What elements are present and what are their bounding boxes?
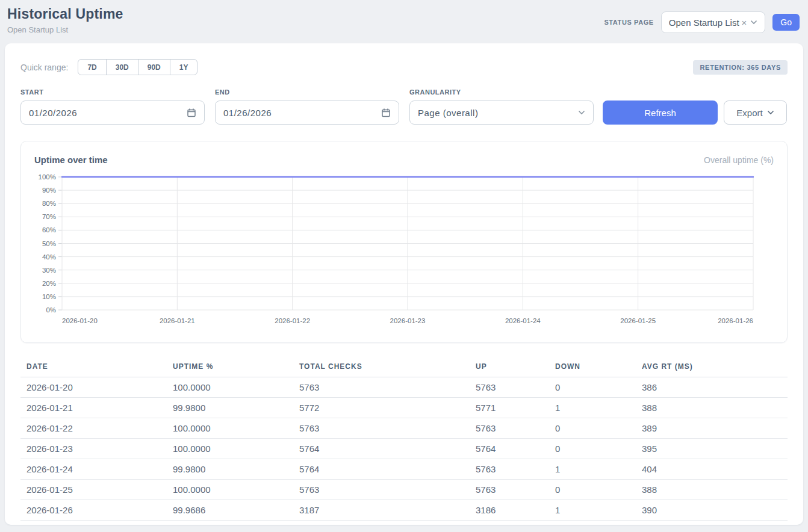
status-page-select[interactable]: Open Startup List ×: [661, 11, 766, 33]
granularity-select[interactable]: Page (overall): [409, 101, 594, 125]
quick-range-row: Quick range: 7D30D90D1Y RETENTION: 365 D…: [20, 59, 788, 75]
column-header: UP: [470, 357, 549, 377]
svg-text:70%: 70%: [42, 213, 56, 220]
clear-selection-icon[interactable]: ×: [742, 17, 747, 28]
svg-text:60%: 60%: [42, 226, 56, 234]
page-subtitle: Open Startup List: [7, 25, 123, 34]
quick-range-1y-button[interactable]: 1Y: [170, 59, 198, 75]
start-date-input[interactable]: 01/20/2026: [20, 101, 205, 125]
end-date-field-group: END 01/26/2026: [215, 88, 399, 125]
table-cell: 99.9686: [167, 500, 293, 521]
table-cell: 5763: [470, 377, 549, 398]
column-header: AVG RT (MS): [636, 357, 788, 377]
end-date-input[interactable]: 01/26/2026: [215, 101, 399, 125]
chevron-down-icon: [767, 110, 774, 115]
quick-range-7d-button[interactable]: 7D: [78, 59, 106, 75]
column-header: TOTAL CHECKS: [293, 357, 470, 377]
uptime-line-chart: 0%10%20%30%40%50%60%70%80%90%100%2026-01…: [34, 171, 774, 331]
calendar-icon[interactable]: [187, 108, 196, 117]
retention-badge: RETENTION: 365 DAYS: [693, 60, 788, 75]
export-label: Export: [736, 108, 762, 118]
table-cell: 99.9800: [167, 398, 293, 418]
table-cell: 395: [636, 439, 788, 459]
svg-text:2026-01-26: 2026-01-26: [718, 317, 753, 324]
chevron-down-icon: [578, 110, 585, 115]
table-cell: 5764: [293, 459, 470, 480]
quick-range-group: 7D30D90D1Y: [78, 59, 197, 75]
table-cell: 404: [636, 459, 788, 480]
table-cell: 100.0000: [167, 418, 293, 439]
table-row: 2026-01-20100.0000576357630386: [20, 377, 788, 398]
table-body: 2026-01-20100.00005763576303862026-01-21…: [20, 377, 788, 521]
table-cell: 2026-01-23: [20, 439, 167, 459]
title-block: Historical Uptime Open Startup List: [7, 6, 123, 34]
uptime-chart-card: Uptime over time Overall uptime (%) 0%10…: [20, 141, 788, 343]
table-cell: 2026-01-25: [20, 480, 167, 500]
quick-range-30d-button[interactable]: 30D: [106, 59, 138, 75]
svg-text:90%: 90%: [42, 187, 56, 194]
uptime-table: DATEUPTIME %TOTAL CHECKSUPDOWNAVG RT (MS…: [20, 357, 788, 521]
svg-text:2026-01-25: 2026-01-25: [620, 317, 656, 324]
table-cell: 5763: [470, 418, 549, 439]
svg-text:30%: 30%: [42, 267, 56, 274]
table-cell: 390: [636, 500, 788, 521]
table-cell: 5763: [293, 418, 470, 439]
filter-form: START 01/20/2026 END 01/26/2026 GRANULAR…: [20, 88, 788, 125]
granularity-field-group: GRANULARITY Page (overall): [409, 88, 594, 125]
quick-range-label: Quick range:: [20, 63, 68, 72]
table-cell: 0: [549, 377, 636, 398]
table-cell: 5763: [470, 459, 549, 480]
table-cell: 386: [636, 377, 788, 398]
table-cell: 1: [549, 398, 636, 418]
table-cell: 0: [549, 418, 636, 439]
table-cell: 2026-01-26: [20, 500, 167, 521]
chevron-down-icon: [750, 20, 757, 25]
header-controls: STATUS PAGE Open Startup List × Go: [604, 11, 800, 33]
svg-text:2026-01-20: 2026-01-20: [62, 317, 98, 324]
svg-text:80%: 80%: [42, 200, 56, 207]
page-title: Historical Uptime: [7, 6, 123, 22]
svg-text:2026-01-24: 2026-01-24: [505, 317, 541, 324]
table-cell: 3187: [293, 500, 470, 521]
calendar-icon[interactable]: [381, 108, 391, 117]
table-cell: 100.0000: [167, 439, 293, 459]
column-header: DATE: [20, 357, 167, 377]
table-cell: 100.0000: [167, 480, 293, 500]
page-header: Historical Uptime Open Startup List STAT…: [0, 0, 808, 43]
svg-text:10%: 10%: [42, 293, 56, 300]
svg-text:2026-01-21: 2026-01-21: [160, 317, 195, 324]
svg-text:100%: 100%: [39, 173, 56, 181]
status-page-label: STATUS PAGE: [604, 19, 653, 26]
svg-text:20%: 20%: [42, 280, 56, 287]
column-header: UPTIME %: [167, 357, 293, 377]
table-cell: 1: [549, 500, 636, 521]
end-label: END: [215, 88, 399, 96]
start-label: START: [20, 88, 205, 96]
table-row: 2026-01-23100.0000576457640395: [20, 439, 788, 459]
chart-legend: Overall uptime (%): [704, 155, 774, 165]
granularity-label: GRANULARITY: [409, 88, 594, 96]
table-cell: 5764: [293, 439, 470, 459]
table-cell: 2026-01-22: [20, 418, 167, 439]
table-cell: 5763: [293, 480, 470, 500]
export-button[interactable]: Export: [724, 101, 787, 125]
table-cell: 0: [549, 439, 636, 459]
table-cell: 388: [636, 480, 788, 500]
granularity-selected-value: Page (overall): [418, 108, 478, 118]
chart-title: Uptime over time: [34, 155, 108, 165]
table-row: 2026-01-22100.0000576357630389: [20, 418, 788, 439]
table-cell: 389: [636, 418, 788, 439]
table-cell: 5763: [293, 377, 470, 398]
table-cell: 99.9800: [167, 459, 293, 480]
start-date-value: 01/20/2026: [29, 108, 77, 118]
end-date-value: 01/26/2026: [223, 108, 272, 118]
svg-text:2026-01-23: 2026-01-23: [390, 317, 426, 324]
go-button[interactable]: Go: [772, 14, 800, 31]
table-cell: 1: [549, 459, 636, 480]
table-cell: 5763: [470, 480, 549, 500]
svg-text:2026-01-22: 2026-01-22: [275, 317, 310, 324]
refresh-button[interactable]: Refresh: [603, 101, 718, 125]
column-header: DOWN: [549, 357, 636, 377]
quick-range-90d-button[interactable]: 90D: [138, 59, 170, 75]
table-head-row: DATEUPTIME %TOTAL CHECKSUPDOWNAVG RT (MS…: [20, 357, 788, 377]
